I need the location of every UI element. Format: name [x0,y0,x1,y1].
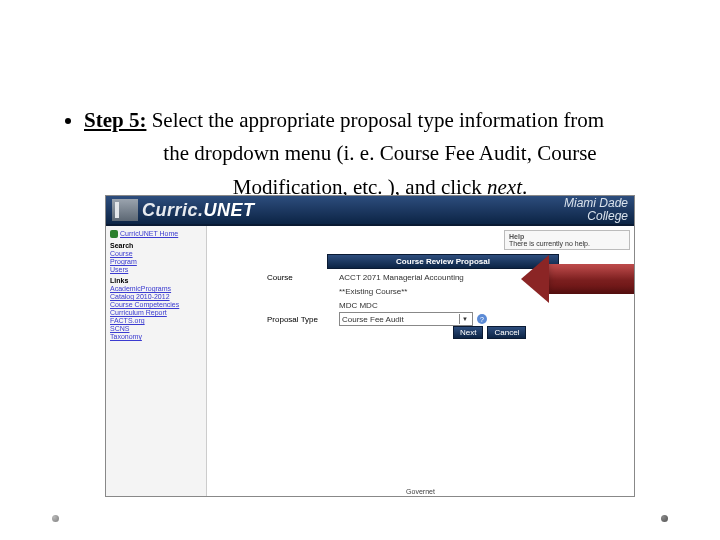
proposal-type-select[interactable]: Course Fee Audit ▼ [339,312,473,326]
existing-course-note: **Existing Course** [339,287,587,296]
help-box: Help There is currently no help. [504,230,630,250]
course-value: ACCT 2071 Managerial Accounting [339,273,587,282]
instruction-line1: Step 5: Select the appropriate proposal … [84,105,676,202]
sidebar-link[interactable]: SCNS [110,325,202,332]
instruction-text: Step 5: Select the appropriate proposal … [44,105,676,202]
logo: Curric.UNET [112,199,255,221]
next-button[interactable]: Next [453,326,483,339]
sidebar-link[interactable]: Taxonomy [110,333,202,340]
sidebar-home[interactable]: CurricUNET Home [110,229,202,238]
proposal-type-value: Course Fee Audit [342,315,404,324]
course-label: Course [267,273,339,282]
main-panel: Help There is currently no help. Course … [207,226,634,497]
help-icon[interactable]: ? [477,314,487,324]
decorative-dots [0,515,720,540]
chevron-down-icon: ▼ [459,314,470,324]
dot-icon [661,515,668,522]
dot-icon [52,515,59,522]
home-icon [110,230,118,238]
sidebar: CurricUNET Home Search Course Program Us… [106,226,207,497]
cancel-button[interactable]: Cancel [487,326,526,339]
sidebar-link[interactable]: Catalog 2010-2012 [110,293,202,300]
proposal-type-label: Proposal Type [267,315,339,324]
footer-text: Governet [406,488,435,495]
links-header: Links [110,277,202,284]
app-header: Curric.UNET Miami DadeCollege [106,196,634,226]
sidebar-link[interactable]: Curriculum Report [110,309,202,316]
brand-name: Miami DadeCollege [564,197,628,222]
sidebar-item-program[interactable]: Program [110,258,202,265]
embedded-screenshot: Curric.UNET Miami DadeCollege CurricUNET… [105,195,635,497]
proposal-form: CourseACCT 2071 Managerial Accounting **… [267,270,587,326]
sidebar-link[interactable]: AcademicPrograms [110,285,202,292]
college-value: MDC MDC [339,301,587,310]
sidebar-link[interactable]: Course Competencies [110,301,202,308]
logo-mark-icon [112,199,138,221]
sidebar-item-users[interactable]: Users [110,266,202,273]
review-title-bar: Course Review Proposal [327,254,559,269]
search-header: Search [110,242,202,249]
sidebar-item-course[interactable]: Course [110,250,202,257]
sidebar-link[interactable]: FACTS.org [110,317,202,324]
